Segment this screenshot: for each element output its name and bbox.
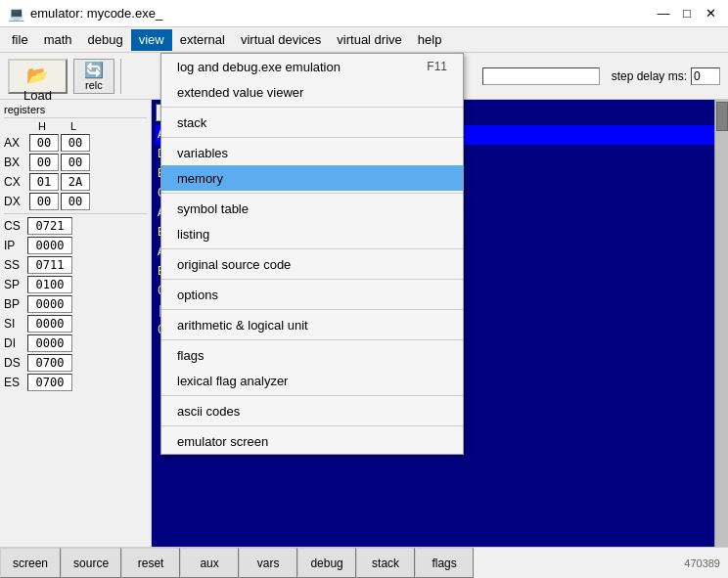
reg-label-di: DI: [4, 336, 25, 350]
dropdown-symbol-table[interactable]: symbol table: [161, 196, 463, 221]
menu-view[interactable]: view: [131, 29, 172, 51]
reg-row-bx: BX: [4, 154, 147, 171]
reg-label-sp: SP: [4, 278, 25, 291]
code-scrollbar[interactable]: [714, 100, 728, 547]
reg-row-ax: AX: [4, 134, 147, 152]
reg-cx-l[interactable]: [61, 173, 90, 191]
dropdown-options[interactable]: options: [161, 282, 463, 307]
dropdown-emulator-screen[interactable]: emulator screen: [161, 428, 463, 454]
reg-row-cs: CS: [4, 217, 147, 235]
status-btn-source[interactable]: source: [61, 548, 121, 578]
reg-row-sp: SP: [4, 276, 147, 293]
app-icon: 💻: [8, 6, 24, 22]
reload-button[interactable]: 🔄 relc: [73, 59, 114, 94]
status-btn-flags[interactable]: flags: [415, 548, 474, 578]
status-btn-vars[interactable]: vars: [239, 548, 297, 578]
dropdown-lexical[interactable]: lexical flag analyzer: [161, 368, 463, 393]
title-bar-controls: — □ ✕: [654, 5, 720, 22]
reg-sp-val[interactable]: [27, 276, 72, 293]
reg-ax-h[interactable]: [29, 134, 59, 152]
dropdown-flags[interactable]: flags: [161, 342, 463, 368]
dropdown-sep5: [161, 279, 463, 280]
registers-title: registers: [4, 104, 147, 118]
menu-help[interactable]: help: [410, 29, 450, 51]
reg-row-ip: IP: [4, 237, 147, 254]
reg-bx-h[interactable]: [29, 154, 59, 171]
reg-dx-h[interactable]: [29, 193, 59, 210]
reg-cx-h[interactable]: [29, 173, 59, 191]
reg-label-si: SI: [4, 317, 25, 331]
reg-label-ds: DS: [4, 356, 25, 370]
dropdown-sep9: [161, 425, 463, 426]
status-btn-reset[interactable]: reset: [121, 548, 180, 578]
status-btn-aux[interactable]: aux: [180, 548, 239, 578]
header-l: L: [59, 120, 88, 132]
reg-label-ip: IP: [4, 239, 25, 252]
reg-row-dx: DX: [4, 193, 147, 210]
reg-hl-bx: [29, 154, 90, 171]
title-bar: 💻 emulator: mycode.exe_ — □ ✕: [0, 0, 728, 27]
reg-hl-dx: [29, 193, 90, 210]
menu-virtual-drive[interactable]: virtual drive: [329, 29, 409, 51]
load-button[interactable]: 📂 Load: [8, 59, 68, 94]
status-btn-debug[interactable]: debug: [297, 548, 356, 578]
close-button[interactable]: ✕: [701, 5, 720, 22]
dropdown-ascii[interactable]: ascii codes: [161, 398, 463, 423]
reg-hl-ax: [29, 134, 90, 152]
reg-ip-val[interactable]: [27, 237, 72, 254]
reg-dx-l[interactable]: [61, 193, 90, 210]
restore-button[interactable]: □: [677, 5, 697, 22]
reg-es-val[interactable]: [27, 374, 72, 391]
dropdown-extended-value[interactable]: extended value viewer: [161, 79, 463, 105]
dropdown-variables[interactable]: variables: [161, 140, 463, 165]
menu-virtual-devices[interactable]: virtual devices: [233, 29, 329, 51]
reg-ax-l[interactable]: [61, 134, 90, 152]
reg-label-bp: BP: [4, 297, 25, 311]
view-dropdown: log and debug.exe emulation F11 extended…: [160, 53, 464, 455]
reg-ds-val[interactable]: [27, 354, 72, 372]
reg-bx-l[interactable]: [61, 154, 90, 171]
reg-si-val[interactable]: [27, 315, 72, 333]
reg-bp-val[interactable]: [27, 295, 72, 313]
code-scrollbar-thumb: [716, 102, 728, 131]
status-btn-screen[interactable]: screen: [0, 548, 61, 578]
dropdown-arithmetic[interactable]: arithmetic & logical unit: [161, 312, 463, 337]
dropdown-original-source[interactable]: original source code: [161, 251, 463, 277]
reg-label-es: ES: [4, 376, 25, 389]
menu-debug[interactable]: debug: [80, 29, 131, 51]
reg-row-ds: DS: [4, 354, 147, 372]
reg-label-dx: DX: [4, 195, 25, 208]
reg-divider: [4, 213, 147, 214]
reg-di-val[interactable]: [27, 334, 72, 352]
reload-icon: 🔄: [84, 61, 104, 79]
step-delay-input[interactable]: [691, 67, 720, 85]
step-delay-area: step delay ms:: [482, 67, 720, 85]
reg-ss-val[interactable]: [27, 256, 72, 274]
menu-external[interactable]: external: [172, 29, 233, 51]
dropdown-sep1: [161, 107, 463, 108]
reg-row-bp: BP: [4, 295, 147, 313]
status-btn-stack[interactable]: stack: [356, 548, 415, 578]
reg-cs-val[interactable]: [27, 217, 72, 235]
registers-header: H L: [27, 120, 147, 132]
reg-label-cs: CS: [4, 219, 25, 233]
reg-row-cx: CX: [4, 173, 147, 191]
menu-file[interactable]: file: [4, 29, 36, 51]
reg-hl-cx: [29, 173, 90, 191]
load-icon: 📂: [26, 65, 48, 86]
status-right: 470389: [676, 548, 728, 578]
dropdown-sep3: [161, 193, 463, 194]
dropdown-stack[interactable]: stack: [161, 110, 463, 135]
wide-registers: CS IP SS SP BP SI DI DS ES: [4, 217, 147, 391]
minimize-button[interactable]: —: [654, 5, 673, 22]
reg-row-es: ES: [4, 374, 147, 391]
reg-label-bx: BX: [4, 156, 25, 169]
status-bar: screensourceresetauxvarsdebugstackflags …: [0, 547, 728, 578]
menu-math[interactable]: math: [36, 29, 80, 51]
dropdown-log-debug[interactable]: log and debug.exe emulation F11: [161, 54, 463, 79]
dropdown-listing[interactable]: listing: [161, 221, 463, 246]
dropdown-sep2: [161, 137, 463, 138]
dropdown-memory[interactable]: memory: [161, 165, 463, 191]
address-input[interactable]: [482, 67, 600, 85]
dropdown-sep7: [161, 339, 463, 340]
